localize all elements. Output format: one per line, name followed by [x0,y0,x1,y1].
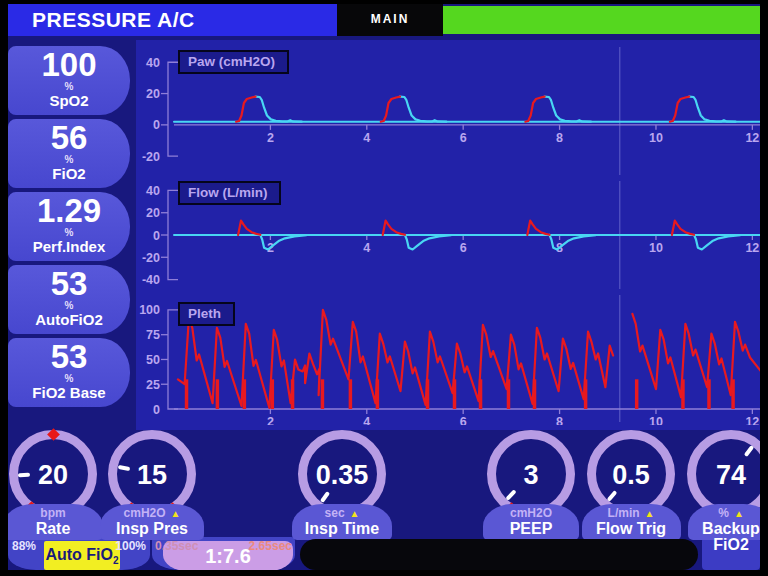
mode-title: PRESSURE A/C [8,4,337,36]
dial-unit: L/min▲ [582,506,681,521]
svg-text:-20: -20 [142,150,160,164]
chart-pleth: 100755025024681012 Pleth [138,292,768,425]
svg-text:0: 0 [153,229,160,243]
auto-fio2-label: Auto FiO [45,546,113,563]
svg-text:0: 0 [153,403,160,417]
svg-text:40: 40 [146,56,160,70]
dial-insp-time[interactable]: 0.35sec▲Insp Time [294,428,390,540]
svg-text:10: 10 [649,131,663,145]
tile-unit: % [8,301,130,311]
svg-text:40: 40 [146,184,160,198]
svg-text:12: 12 [745,415,759,425]
dial-pointer-tick [18,473,30,477]
dial-unit: cmH2O [483,506,579,521]
dial-name: PEEP [483,521,579,537]
svg-text:12: 12 [745,241,759,255]
dial-value: 0.35 [294,460,390,491]
tile-unit: % [8,374,130,384]
dial-label-plate: cmH2OPEEP [483,504,579,540]
svg-text:25: 25 [146,378,160,392]
chart-flow-title: Flow (L/min) [178,181,281,205]
svg-text:75: 75 [146,328,160,342]
svg-text:12: 12 [745,131,759,145]
tile-label: FiO2 Base [8,384,130,402]
auto-fio2-sub: 2 [113,555,119,566]
mode-title-button[interactable]: PRESSURE A/C [8,4,337,36]
dial-name: Rate [3,521,103,537]
dial-peep[interactable]: 3cmH2OPEEP [483,428,579,540]
svg-text:4: 4 [363,241,370,255]
dial-unit: cmH2O▲ [100,506,204,521]
svg-text:0: 0 [153,118,160,132]
chart-paw: 40200-2024681012 Paw (cmH2O) [138,44,768,178]
screen-edge-bottom [0,570,768,576]
chart-pleth-title: Pleth [178,302,235,326]
insp-time-value: 0.35sec [155,539,198,553]
ventilator-screen: PRESSURE A/C MAIN 100%SpO256%FiO21.29%Pe… [0,0,768,576]
svg-text:100: 100 [139,303,160,317]
svg-text:4: 4 [363,415,370,425]
svg-text:50: 50 [146,353,160,367]
screen-edge-top [0,0,768,4]
dial-label-plate: %▲Backup FiO2 [688,504,768,540]
svg-text:10: 10 [649,415,663,425]
yellow-alarm-triangle-icon: ▲ [645,508,655,519]
dial-name: Insp Time [292,521,392,537]
tile-label: AutoFiO2 [8,311,130,329]
dial-name: Flow Trig [582,521,681,537]
dial-flow-trig[interactable]: 0.5L/min▲Flow Trig [583,428,679,540]
yellow-alarm-triangle-icon: ▲ [171,508,181,519]
monitor-tile-spo2[interactable]: 100%SpO2 [8,46,130,115]
chart-paw-title: Paw (cmH2O) [178,50,289,74]
chart-flow: 40200-20-4024681012 Flow (L/min) [138,178,768,292]
tile-unit: % [8,82,130,92]
dial-value: 0.5 [583,460,679,491]
svg-text:2: 2 [267,131,274,145]
dial-name: Insp Pres [100,521,204,537]
monitor-tile-perf-index[interactable]: 1.29%Perf.Index [8,192,130,261]
dial-label-plate: cmH2O▲Insp Pres [100,504,204,540]
svg-text:6: 6 [460,241,467,255]
tile-value: 100 [8,48,130,82]
svg-text:8: 8 [556,415,563,425]
svg-text:-40: -40 [142,273,160,287]
svg-text:10: 10 [649,241,663,255]
dial-label-plate: L/min▲Flow Trig [582,504,681,540]
monitor-tile-fio2-base[interactable]: 53%FiO2 Base [8,338,130,407]
fio2-low-limit: 88% [12,539,36,553]
exp-time-value: 2.65sec [232,539,292,553]
tile-value: 53 [8,267,130,301]
tile-unit: % [8,155,130,165]
dial-value: 74 [683,460,768,491]
dial-rate[interactable]: 20bpmRate [5,428,101,540]
svg-text:20: 20 [146,206,160,220]
svg-text:6: 6 [460,131,467,145]
monitor-tile-fio2[interactable]: 56%FiO2 [8,119,130,188]
screen-edge-left [0,0,8,576]
svg-text:8: 8 [556,131,563,145]
tile-value: 56 [8,121,130,155]
fio2-high-limit: 100% [106,539,146,553]
tab-main[interactable]: MAIN [337,4,443,36]
screen-edge-right [760,0,768,576]
dial-backup-fio2[interactable]: 74%▲Backup FiO2 [683,428,768,540]
dial-label-plate: sec▲Insp Time [292,504,392,540]
svg-text:-20: -20 [142,251,160,265]
yellow-alarm-triangle-icon: ▲ [734,508,744,519]
tile-label: SpO2 [8,92,130,110]
dial-insp-pres[interactable]: 15cmH2O▲Insp Pres [104,428,200,540]
dial-label-plate: bpmRate [3,504,103,540]
tile-label: Perf.Index [8,238,130,256]
tile-value: 53 [8,340,130,374]
svg-text:20: 20 [146,87,160,101]
svg-text:4: 4 [363,131,370,145]
alarm-status-bar [443,6,760,34]
dial-name: Backup FiO2 [688,521,768,553]
yellow-alarm-triangle-icon: ▲ [350,508,360,519]
svg-text:6: 6 [460,415,467,425]
monitor-tile-autofio2[interactable]: 53%AutoFiO2 [8,265,130,334]
tile-unit: % [8,228,130,238]
svg-text:2: 2 [267,415,274,425]
tile-label: FiO2 [8,165,130,183]
dial-unit: sec▲ [292,506,392,521]
